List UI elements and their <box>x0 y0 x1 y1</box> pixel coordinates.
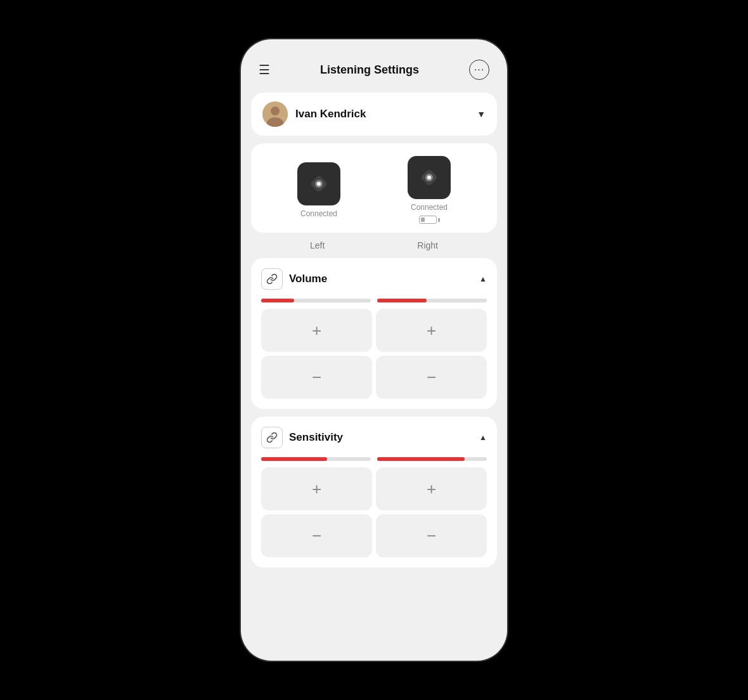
volume-left-fill <box>261 299 294 302</box>
volume-section: Volume ▲ + + − − <box>251 258 497 409</box>
sensitivity-collapse-icon[interactable]: ▲ <box>479 433 487 442</box>
sensitivity-left-fill <box>261 457 327 461</box>
volume-header-left: Volume <box>261 268 327 290</box>
user-card[interactable]: Ivan Kendrick ▼ <box>251 93 497 136</box>
right-earbud-icon <box>408 156 451 199</box>
earbuds-card: Connected Connected <box>251 143 497 233</box>
sensitivity-right-plus-button[interactable]: + <box>376 467 487 510</box>
volume-collapse-icon[interactable]: ▲ <box>479 275 487 283</box>
volume-sliders-row <box>261 299 487 302</box>
sensitivity-right-fill <box>377 457 465 461</box>
page-title: Listening Settings <box>320 63 419 77</box>
sensitivity-sliders-row <box>261 457 487 461</box>
left-earbud-icon <box>297 162 340 205</box>
svg-point-1 <box>271 107 280 115</box>
sensitivity-title: Sensitivity <box>289 431 343 444</box>
right-label: Right <box>417 240 438 250</box>
sensitivity-header-left: Sensitivity <box>261 427 343 448</box>
sensitivity-left-plus-button[interactable]: + <box>261 467 372 510</box>
right-earbud-label: Connected <box>411 203 448 212</box>
volume-left-slider[interactable] <box>261 299 371 302</box>
more-options-button[interactable]: ··· <box>469 60 489 80</box>
left-label: Left <box>310 240 325 250</box>
user-name: Ivan Kendrick <box>295 108 366 120</box>
chevron-down-icon[interactable]: ▼ <box>477 109 486 119</box>
sensitivity-controls-grid: + + − − <box>261 467 487 557</box>
volume-left-plus-button[interactable]: + <box>261 309 372 352</box>
volume-right-fill <box>377 299 427 302</box>
volume-header: Volume ▲ <box>261 268 487 290</box>
avatar <box>262 101 288 127</box>
more-options-icon: ··· <box>474 64 484 75</box>
menu-icon[interactable]: ☰ <box>259 63 270 76</box>
sensitivity-right-slider[interactable] <box>377 457 487 461</box>
volume-title: Volume <box>289 273 327 285</box>
svg-point-8 <box>427 176 431 179</box>
sensitivity-right-minus-button[interactable]: − <box>376 514 487 557</box>
sensitivity-section: Sensitivity ▲ + + − − <box>251 417 497 567</box>
sensitivity-left-minus-button[interactable]: − <box>261 514 372 557</box>
volume-right-slider[interactable] <box>377 299 487 302</box>
svg-point-5 <box>317 182 321 186</box>
sensitivity-left-slider[interactable] <box>261 457 371 461</box>
side-labels: Left Right <box>251 240 497 258</box>
volume-controls-grid: + + − − <box>261 309 487 399</box>
volume-right-plus-button[interactable]: + <box>376 309 487 352</box>
volume-left-minus-button[interactable]: − <box>261 356 372 399</box>
left-earbud-label: Connected <box>300 209 337 218</box>
sensitivity-link-icon-box[interactable] <box>261 427 283 448</box>
sensitivity-header: Sensitivity ▲ <box>261 427 487 448</box>
header: ☰ Listening Settings ··· <box>251 55 497 93</box>
right-earbud: Connected <box>408 156 451 224</box>
user-info: Ivan Kendrick <box>262 101 366 127</box>
volume-right-minus-button[interactable]: − <box>376 356 487 399</box>
volume-link-icon-box[interactable] <box>261 268 283 290</box>
battery-icon <box>419 216 440 224</box>
left-earbud: Connected <box>297 162 340 218</box>
phone-shell: ☰ Listening Settings ··· Ivan Kendrick ▼ <box>241 39 507 661</box>
